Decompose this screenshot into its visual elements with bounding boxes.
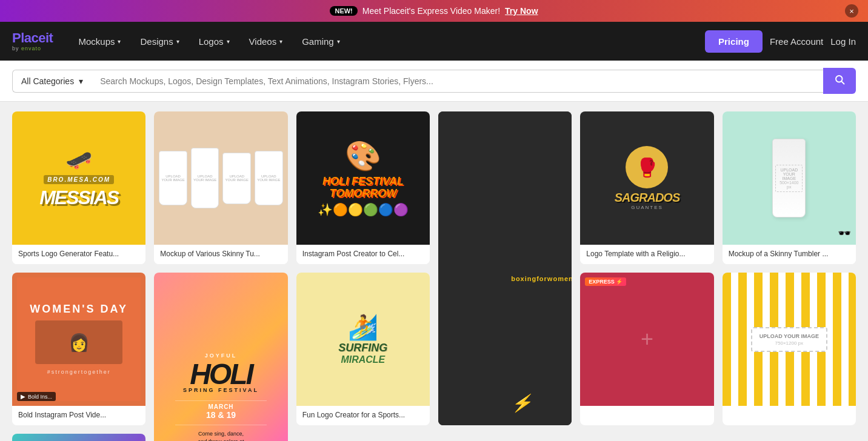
grid-item-label: Mockup of a Skinny Tumbler ... bbox=[723, 245, 856, 264]
banner-close-button[interactable]: × bbox=[845, 4, 858, 18]
nav-items: Mockups ▾ Designs ▾ Logos ▾ Videos ▾ Gam… bbox=[70, 31, 705, 51]
pricing-button[interactable]: Pricing bbox=[705, 30, 763, 53]
search-bar-container: All Categories ▾ bbox=[0, 61, 868, 102]
grid-item-yellow-stripe[interactable]: UPLOAD YOUR IMAGE 750×1200 px bbox=[723, 273, 856, 425]
grid-container: 🛹 bro.mesa.com MESSIAS Sports Logo Gener… bbox=[0, 102, 868, 441]
category-select[interactable]: All Categories ▾ bbox=[12, 70, 92, 93]
chevron-down-icon: ▾ bbox=[337, 38, 340, 45]
grid-item-label: Sports Logo Generator Featu... bbox=[12, 245, 145, 264]
logo-envato: by envato bbox=[12, 45, 53, 51]
navbar: Placeit by envato Mockups ▾ Designs ▾ Lo… bbox=[0, 22, 868, 61]
login-button[interactable]: Log In bbox=[830, 36, 856, 47]
grid-item-blessed-holi[interactable]: MARCH 19 BLESSED HOLI FESTIVAL OF COLOR bbox=[12, 434, 145, 441]
search-input[interactable] bbox=[92, 70, 823, 93]
grid-item-womens-day-instagram[interactable]: WOMEN'S DAY 👩 #strongertogether ▶ Bold I… bbox=[12, 273, 145, 425]
chevron-down-icon: ▾ bbox=[79, 76, 83, 86]
nav-item-videos[interactable]: Videos ▾ bbox=[241, 31, 292, 51]
express-badge: EXPRESS ⚡ bbox=[585, 277, 626, 286]
nav-right: Pricing Free Account Log In bbox=[705, 30, 856, 53]
chevron-down-icon: ▾ bbox=[118, 38, 121, 45]
grid-item-label bbox=[723, 406, 856, 416]
chevron-down-icon: ▾ bbox=[279, 38, 282, 45]
chevron-down-icon: ▾ bbox=[176, 38, 179, 45]
free-account-button[interactable]: Free Account bbox=[770, 36, 823, 47]
svg-line-1 bbox=[841, 81, 844, 84]
grid-item-express[interactable]: EXPRESS ⚡ + bbox=[580, 273, 713, 425]
grid-item-label: Bold Instagram Post Vide... bbox=[12, 406, 145, 425]
grid-item-holi-instagram[interactable]: 🎨 HOLI FESTIVALTOMORROW ✨🟠🟡🟢🔵🟣 Instagram… bbox=[296, 111, 430, 264]
search-button[interactable] bbox=[823, 68, 856, 94]
grid-item-tumblers[interactable]: UPLOAD YOUR IMAGE UPLOAD YOUR IMAGE UPLO… bbox=[154, 111, 287, 264]
grid-item-label: Mockup of Various Skinny Tu... bbox=[154, 245, 287, 264]
nav-item-designs[interactable]: Designs ▾ bbox=[132, 31, 187, 51]
grid-item-label: Instagram Post Creator to Cel... bbox=[296, 245, 430, 264]
grid-item-label: Fun Logo Creator for a Sports... bbox=[296, 406, 430, 425]
grid-item-label bbox=[580, 406, 713, 416]
banner-message: Meet Placeit's Express Video Maker! bbox=[362, 6, 500, 16]
logo[interactable]: Placeit by envato bbox=[12, 31, 53, 51]
nav-item-mockups[interactable]: Mockups ▾ bbox=[70, 31, 129, 51]
new-badge: NEW! bbox=[330, 6, 357, 16]
grid-item-womens-boxing[interactable]: Pl FIGHT LIKEA WOMAN Discounts On Women'… bbox=[438, 111, 572, 425]
grid-item-label: Logo Template with a Religio... bbox=[580, 245, 713, 264]
nav-item-gaming[interactable]: Gaming ▾ bbox=[293, 31, 349, 51]
video-badge: ▶ Bold Ins... bbox=[17, 392, 56, 401]
category-label: All Categories bbox=[21, 76, 74, 86]
chevron-down-icon: ▾ bbox=[227, 38, 230, 45]
try-now-link[interactable]: Try Now bbox=[505, 6, 538, 16]
search-icon bbox=[834, 74, 845, 88]
grid-item-holi-flyer[interactable]: JOYFUL HOLI SPRING FESTIVAL MARCH 18 & 1… bbox=[154, 273, 287, 441]
grid-item-surfing-logo[interactable]: 🏄 SURFING MIRACLE Fun Logo Creator for a… bbox=[296, 273, 430, 425]
logo-name: Placeit bbox=[12, 31, 53, 45]
top-banner: NEW! Meet Placeit's Express Video Maker!… bbox=[0, 0, 868, 22]
grid-item-skinny-tumbler[interactable]: UPLOADYOURIMAGE500×1400 px 🕶️ Mockup of … bbox=[723, 111, 856, 264]
nav-item-logos[interactable]: Logos ▾ bbox=[190, 31, 238, 51]
grid-item-sagrados[interactable]: 🥊 SAGRADOS GUANTES Logo Template with a … bbox=[580, 111, 713, 264]
grid-item-sports-logo[interactable]: 🛹 bro.mesa.com MESSIAS Sports Logo Gener… bbox=[12, 111, 145, 264]
